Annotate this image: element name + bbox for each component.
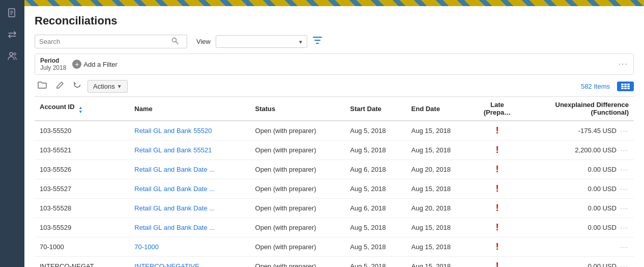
col-name[interactable]: Name (129, 97, 250, 121)
cell-end-date: Aug 15, 2018 (406, 237, 473, 257)
cell-end-date: Aug 20, 2018 (406, 160, 473, 179)
edit-button[interactable] (53, 79, 67, 93)
cell-unexplained: -175.45 USD ··· (522, 121, 634, 141)
row-actions-icon[interactable]: ··· (620, 204, 629, 212)
cell-status: Open (with preparer) (250, 237, 345, 257)
filter-chip-period: Period July 2018 (40, 57, 66, 71)
table-container: Account ID ▲ ▼ Name Status Start Date En… (35, 96, 634, 267)
cell-start-date: Aug 6, 2018 (345, 160, 406, 179)
search-icon (171, 37, 179, 46)
sidebar-icon-document[interactable] (3, 4, 21, 22)
cell-unexplained: 0.00 USD ··· (522, 160, 634, 179)
cell-status: Open (with preparer) (250, 141, 345, 160)
cell-unexplained: ··· (522, 237, 634, 257)
plus-circle-icon: + (72, 60, 81, 69)
sidebar-icon-people[interactable] (3, 47, 21, 65)
cell-start-date: Aug 6, 2018 (345, 199, 406, 218)
cell-name[interactable]: Retail GL and Bank Date ... (129, 199, 250, 218)
col-start-date[interactable]: Start Date (345, 97, 406, 121)
filter-icon[interactable] (312, 35, 323, 48)
row-actions-icon[interactable]: ··· (620, 166, 629, 173)
cell-account-id: INTERCO-NEGAT… (35, 257, 129, 268)
cell-late: ! (472, 199, 522, 218)
cell-start-date: Aug 5, 2018 (345, 218, 406, 237)
filter-chip-label: Period (40, 57, 66, 64)
action-toolbar: Actions ▼ 582 Items (35, 79, 634, 93)
cell-name[interactable]: Retail GL and Bank Date ... (129, 179, 250, 199)
cell-account-id: 103-55526 (35, 160, 129, 179)
page-title: Reconciliations (35, 14, 634, 28)
cell-status: Open (with preparer) (250, 179, 345, 199)
cell-unexplained: 0.00 USD ··· (522, 199, 634, 218)
cell-unexplained: 2,200.00 USD ··· (522, 141, 634, 160)
row-actions-icon[interactable]: ··· (620, 262, 629, 267)
cell-unexplained: 0.00 USD ··· (522, 218, 634, 237)
cell-account-id: 103-55527 (35, 179, 129, 199)
filter-bar: Period July 2018 + Add a Filter ··· (35, 54, 634, 75)
cell-unexplained: 0.00 USD ··· (522, 257, 634, 268)
cell-late: ! (472, 141, 522, 160)
actions-label: Actions (93, 83, 115, 90)
grid-view-button[interactable] (617, 82, 634, 91)
decorative-bar (24, 0, 644, 6)
actions-dropdown[interactable]: Actions ▼ (87, 80, 128, 93)
col-late[interactable]: Late(Prepa… (472, 97, 522, 121)
cell-account-id: 70-1000 (35, 237, 129, 257)
cell-status: Open (with preparer) (250, 199, 345, 218)
sidebar-icon-exchange[interactable] (3, 25, 21, 44)
table-row: INTERCO-NEGAT… INTERCO-NEGATIVE Open (wi… (35, 257, 634, 268)
cell-name[interactable]: 70-1000 (129, 237, 250, 257)
search-view-row: View (35, 35, 634, 48)
cell-name[interactable]: Retail GL and Bank 55521 (129, 141, 250, 160)
more-options-icon[interactable]: ··· (619, 60, 628, 69)
row-actions-icon[interactable]: ··· (620, 224, 629, 231)
row-actions-icon[interactable]: ··· (620, 146, 629, 154)
cell-late: ! (472, 257, 522, 268)
row-actions-icon[interactable]: ··· (620, 243, 629, 251)
col-status[interactable]: Status (250, 97, 345, 121)
cell-start-date: Aug 5, 2018 (345, 121, 406, 141)
add-filter-label: Add a Filter (83, 61, 117, 68)
late-indicator: ! (495, 164, 499, 174)
late-indicator: ! (495, 203, 499, 213)
cell-end-date: Aug 15, 2018 (406, 141, 473, 160)
cell-unexplained: 0.00 USD ··· (522, 179, 634, 199)
table-row: 103-55520 Retail GL and Bank 55520 Open … (35, 121, 634, 141)
cell-name[interactable]: INTERCO-NEGATIVE (129, 257, 250, 268)
sort-icons: ▲ ▼ (78, 106, 82, 114)
table-row: 70-1000 70-1000 Open (with preparer) Aug… (35, 237, 634, 257)
row-actions-icon[interactable]: ··· (620, 185, 629, 193)
item-count: 582 Items (581, 83, 610, 90)
cell-account-id: 103-55528 (35, 199, 129, 218)
cell-late: ! (472, 237, 522, 257)
table-row: 103-55526 Retail GL and Bank Date ... Op… (35, 160, 634, 179)
cell-late: ! (472, 160, 522, 179)
filter-chip-value: July 2018 (40, 64, 66, 71)
cell-name[interactable]: Retail GL and Bank Date ... (129, 160, 250, 179)
view-label: View (196, 38, 211, 45)
actions-caret-icon: ▼ (117, 84, 122, 89)
cell-end-date: Aug 15, 2018 (406, 218, 473, 237)
add-filter-button[interactable]: + Add a Filter (70, 59, 119, 70)
row-actions-icon[interactable]: ··· (620, 127, 629, 135)
search-box[interactable] (35, 35, 187, 48)
cell-start-date: Aug 5, 2018 (345, 141, 406, 160)
folder-button[interactable] (35, 79, 50, 93)
cell-account-id: 103-55520 (35, 121, 129, 141)
cell-status: Open (with preparer) (250, 257, 345, 268)
search-input[interactable] (39, 38, 171, 45)
col-end-date[interactable]: End Date (406, 97, 473, 121)
col-unexplained[interactable]: Unexplained Difference(Functional) (522, 97, 634, 121)
svg-point-5 (14, 53, 16, 55)
cell-name[interactable]: Retail GL and Bank 55520 (129, 121, 250, 141)
cell-end-date: Aug 15, 2018 (406, 257, 473, 268)
table-header-row: Account ID ▲ ▼ Name Status Start Date En… (35, 97, 634, 121)
cell-name[interactable]: Retail GL and Bank Date ... (129, 218, 250, 237)
refresh-button[interactable] (70, 79, 84, 93)
late-indicator: ! (495, 125, 499, 136)
col-account-id[interactable]: Account ID ▲ ▼ (35, 97, 129, 121)
main-content: Reconciliations View (24, 0, 644, 267)
view-select[interactable] (216, 35, 307, 48)
cell-late: ! (472, 218, 522, 237)
cell-status: Open (with preparer) (250, 121, 345, 141)
